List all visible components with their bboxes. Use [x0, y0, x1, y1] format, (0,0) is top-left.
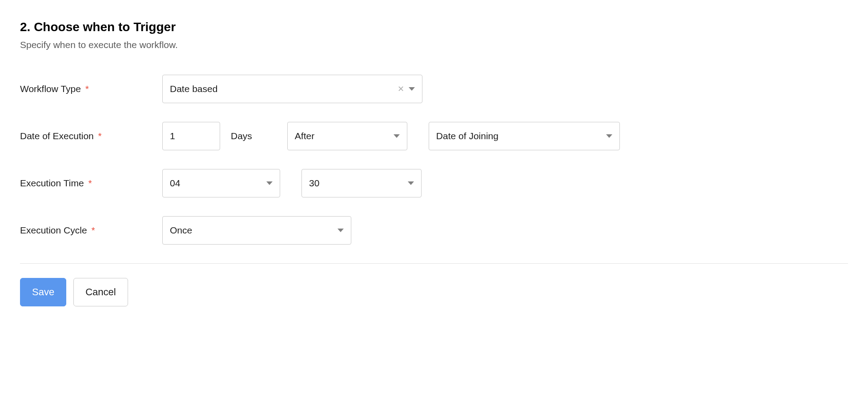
- workflow-type-value: Date based: [170, 84, 217, 94]
- date-of-execution-label-text: Date of Execution: [20, 131, 94, 141]
- hour-value: 04: [170, 178, 180, 189]
- chevron-down-icon: [409, 87, 415, 91]
- date-of-execution-label: Date of Execution *: [20, 131, 162, 141]
- reference-field-select[interactable]: Date of Joining: [429, 122, 620, 150]
- chevron-down-icon: [394, 134, 400, 138]
- reference-field-value: Date of Joining: [436, 131, 498, 141]
- date-of-execution-row: Date of Execution * Days After Date of J…: [20, 122, 848, 150]
- button-row: Save Cancel: [20, 278, 848, 306]
- execution-time-row: Execution Time * 04 30: [20, 169, 848, 197]
- save-button[interactable]: Save: [20, 278, 66, 306]
- execution-time-label-text: Execution Time: [20, 178, 84, 188]
- execution-time-label: Execution Time *: [20, 178, 162, 189]
- section-title: 2. Choose when to Trigger: [20, 20, 848, 34]
- workflow-type-row: Workflow Type * Date based ✕: [20, 75, 848, 103]
- chevron-down-icon: [266, 181, 273, 185]
- relation-value: After: [295, 131, 314, 141]
- execution-cycle-value: Once: [170, 225, 192, 236]
- hour-select[interactable]: 04: [162, 169, 280, 197]
- days-input[interactable]: [162, 122, 220, 150]
- required-mark: *: [88, 178, 92, 188]
- workflow-type-label-text: Workflow Type: [20, 84, 81, 94]
- execution-cycle-row: Execution Cycle * Once: [20, 216, 848, 245]
- days-unit-label: Days: [231, 131, 252, 141]
- execution-cycle-select[interactable]: Once: [162, 216, 351, 245]
- relation-select[interactable]: After: [287, 122, 407, 150]
- required-mark: *: [91, 225, 95, 235]
- clear-icon[interactable]: ✕: [398, 85, 404, 93]
- trigger-section: 2. Choose when to Trigger Specify when t…: [20, 20, 848, 306]
- chevron-down-icon: [338, 229, 344, 232]
- workflow-type-select[interactable]: Date based ✕: [162, 75, 422, 103]
- chevron-down-icon: [408, 181, 414, 185]
- minute-select[interactable]: 30: [301, 169, 422, 197]
- chevron-down-icon: [606, 134, 612, 138]
- workflow-type-label: Workflow Type *: [20, 84, 162, 94]
- minute-value: 30: [309, 178, 319, 189]
- required-mark: *: [85, 84, 89, 94]
- section-divider: [20, 263, 848, 264]
- required-mark: *: [98, 131, 102, 141]
- cancel-button[interactable]: Cancel: [73, 278, 128, 306]
- execution-cycle-label-text: Execution Cycle: [20, 225, 87, 235]
- execution-cycle-label: Execution Cycle *: [20, 225, 162, 236]
- section-description: Specify when to execute the workflow.: [20, 40, 848, 50]
